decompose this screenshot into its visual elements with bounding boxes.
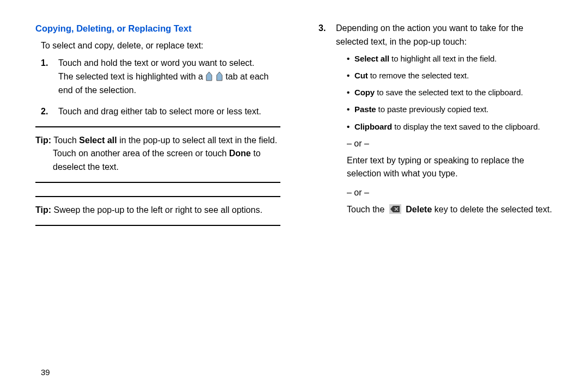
steps-list-left: Touch and hold the text or word you want… — [41, 57, 280, 118]
right-column: Depending on the action you want to take… — [313, 22, 558, 392]
step-1-line1: Touch and hold the text or word you want… — [58, 58, 254, 68]
tip1-part-a: Touch — [53, 136, 79, 145]
tip1-selectall: Select all — [79, 136, 117, 145]
popup-options: Select all to highlight all text in the … — [336, 52, 558, 133]
tip-label-2: Tip: — [35, 205, 51, 215]
step-3: Depending on the action you want to take… — [333, 22, 558, 217]
option-select-all-desc: to highlight all text in the field. — [389, 54, 497, 63]
option-select-all: Select all to highlight all text in the … — [347, 52, 558, 65]
selection-tab-left-icon — [205, 71, 213, 82]
option-paste: Paste to paste previously copied text. — [347, 103, 558, 115]
option-copy-label: Copy — [354, 88, 375, 97]
step-1: Touch and hold the text or word you want… — [55, 57, 280, 97]
step-3-text: Depending on the action you want to take… — [336, 23, 523, 46]
tip-block-1: Tip: Touch Select all in the pop-up to s… — [35, 126, 280, 183]
manual-page: Copying, Deleting, or Replacing Text To … — [0, 0, 588, 392]
step-2-text: Touch and drag either tab to select more… — [58, 107, 261, 116]
selection-tab-right-icon — [216, 71, 223, 82]
steps-list-right: Depending on the action you want to take… — [318, 22, 558, 217]
option-cut: Cut to remove the selected text. — [347, 69, 558, 82]
tip-block-2: Tip: Sweep the pop-up to the left or rig… — [35, 196, 280, 226]
left-column: Copying, Deleting, or Replacing Text To … — [35, 22, 280, 392]
section-heading: Copying, Deleting, or Replacing Text — [35, 22, 280, 36]
delete-key-desc: key to delete the selected text. — [432, 205, 552, 214]
or-divider-2: – or – — [347, 186, 558, 200]
option-cut-desc: to remove the selected text. — [368, 71, 469, 80]
option-cut-label: Cut — [354, 71, 368, 80]
step-2: Touch and drag either tab to select more… — [55, 105, 280, 119]
option-clipboard-desc: to display the text saved to the clipboa… — [392, 122, 540, 131]
delete-key-label: Delete — [406, 205, 432, 214]
intro-text: To select and copy, delete, or replace t… — [41, 39, 280, 53]
option-clipboard: Clipboard to display the text saved to t… — [347, 120, 558, 133]
tip-label: Tip: — [35, 136, 51, 145]
step-1-line2a: The selected text is highlighted with a — [58, 72, 203, 81]
backspace-icon — [389, 204, 401, 214]
page-number: 39 — [41, 367, 50, 377]
delete-instruction: Touch the Delete key to delete the selec… — [347, 203, 558, 217]
tip1-part-d: Touch on another area of the screen or t… — [53, 149, 229, 158]
option-copy: Copy to save the selected text to the cl… — [347, 86, 558, 99]
option-copy-desc: to save the selected text to the clipboa… — [375, 88, 523, 97]
tip1-done: Done — [229, 149, 251, 158]
tip1-part-c: in the pop-up to select all text in the … — [117, 136, 277, 145]
replace-instruction: Enter text by typing or speaking to repl… — [347, 154, 558, 181]
option-paste-label: Paste — [354, 105, 376, 114]
option-paste-desc: to paste previously copied text. — [376, 105, 489, 114]
option-select-all-label: Select all — [354, 54, 389, 63]
tip2-text: Sweep the pop-up to the left or right to… — [53, 205, 262, 215]
touch-the-text: Touch the — [347, 205, 384, 214]
or-divider-1: – or – — [347, 137, 558, 151]
option-clipboard-label: Clipboard — [354, 122, 392, 131]
